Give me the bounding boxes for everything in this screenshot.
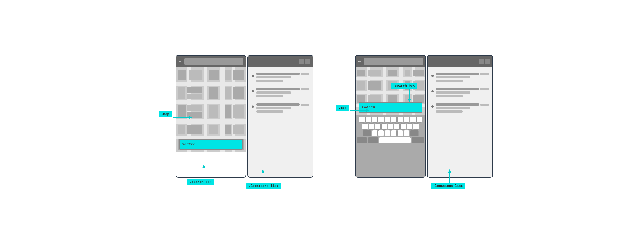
top-bar-right-2	[428, 56, 492, 67]
svg-rect-31	[208, 124, 218, 134]
list-item[interactable]: ●	[250, 70, 311, 85]
svg-rect-54	[413, 70, 424, 76]
emoji-key[interactable]	[368, 137, 378, 143]
key[interactable]	[378, 130, 384, 136]
map-area-1: search...	[176, 67, 246, 152]
svg-rect-50	[358, 70, 365, 76]
svg-rect-18	[187, 87, 202, 93]
key[interactable]	[378, 116, 384, 123]
backspace-key[interactable]	[410, 130, 418, 136]
text-bar	[436, 72, 479, 75]
key[interactable]	[397, 130, 403, 136]
top-bar-field-2	[364, 58, 423, 65]
svg-rect-62	[388, 95, 397, 103]
location-text-4	[436, 72, 489, 82]
key[interactable]	[362, 123, 368, 130]
svg-rect-22	[234, 87, 244, 99]
list-item[interactable]: ●	[430, 70, 490, 85]
back-arrow-2[interactable]: ←	[358, 59, 361, 64]
key[interactable]	[381, 123, 387, 130]
list-item[interactable]: ●	[430, 85, 490, 100]
key[interactable]	[384, 116, 390, 123]
svg-rect-23	[178, 105, 186, 118]
location-text-1	[256, 72, 310, 82]
keyboard-area	[356, 114, 425, 177]
keyboard-row-4	[357, 137, 424, 143]
key[interactable]	[366, 116, 371, 123]
svg-rect-5	[176, 100, 246, 104]
text-bar	[256, 76, 291, 78]
back-arrow-1[interactable]: ←	[178, 59, 182, 64]
list-item[interactable]: ●	[250, 100, 311, 116]
space-key[interactable]	[379, 137, 411, 143]
map-label-2: .map	[336, 105, 349, 111]
svg-rect-6	[176, 119, 246, 124]
left-phone-2: ←	[355, 55, 426, 178]
search-box-1[interactable]: search...	[179, 139, 243, 150]
search-box-2[interactable]: search...	[358, 102, 422, 113]
svg-rect-27	[225, 105, 231, 118]
svg-rect-44	[356, 91, 425, 94]
svg-rect-19	[187, 94, 202, 100]
key[interactable]	[391, 116, 397, 123]
text-bar	[256, 95, 283, 97]
icon-sq-2	[305, 59, 310, 64]
key[interactable]	[372, 116, 378, 123]
text-bar-small	[300, 88, 310, 90]
svg-rect-52	[388, 70, 397, 76]
svg-rect-63	[405, 95, 410, 103]
svg-rect-51	[368, 70, 381, 76]
key[interactable]	[413, 123, 419, 130]
key[interactable]	[397, 116, 403, 123]
key[interactable]	[410, 116, 416, 123]
svg-rect-55	[358, 81, 365, 90]
key[interactable]	[404, 130, 410, 136]
key[interactable]	[394, 123, 400, 130]
list-item[interactable]: ●	[250, 85, 311, 100]
key[interactable]	[404, 116, 410, 123]
svg-rect-32	[225, 124, 231, 134]
svg-rect-33	[234, 124, 244, 134]
right-phone-2: ● ●	[427, 55, 493, 178]
top-bar-right-1	[248, 56, 313, 67]
num-key[interactable]	[357, 137, 367, 143]
text-bar	[256, 103, 300, 106]
key[interactable]	[388, 123, 393, 130]
text-bar	[256, 72, 300, 75]
svg-rect-30	[187, 124, 202, 134]
search-box-label-1: .search-box	[187, 179, 214, 185]
diagram-2: .map .search-box .locations-list ←	[336, 48, 487, 194]
search-placeholder-2: search...	[362, 106, 382, 110]
keyboard-row-1	[357, 116, 424, 123]
svg-rect-14	[208, 70, 218, 80]
key[interactable]	[391, 130, 397, 136]
icon-sq-1	[299, 59, 304, 64]
svg-rect-26	[208, 105, 218, 118]
svg-rect-15	[225, 70, 231, 80]
icon-sq-3	[479, 59, 484, 64]
key[interactable]	[416, 116, 422, 123]
key[interactable]	[372, 130, 378, 136]
key[interactable]	[368, 123, 374, 130]
key[interactable]	[407, 123, 412, 130]
location-text-3	[256, 103, 310, 113]
text-bar	[436, 95, 462, 97]
text-bar	[436, 110, 462, 113]
text-bar-small	[300, 104, 310, 106]
key[interactable]	[384, 130, 390, 136]
pin-icon-1: ●	[251, 73, 254, 79]
svg-rect-61	[368, 95, 381, 103]
list-item[interactable]: ●	[430, 100, 490, 116]
key[interactable]	[375, 123, 380, 130]
shift-key[interactable]	[363, 130, 371, 136]
right-phone-1: ● ●	[247, 55, 314, 178]
locations-list-label-2: .locations-list	[431, 183, 465, 189]
svg-rect-29	[178, 124, 185, 134]
key[interactable]	[400, 123, 406, 130]
return-key[interactable]	[412, 137, 424, 143]
svg-rect-4	[176, 82, 246, 86]
key[interactable]	[359, 116, 365, 123]
text-bar	[256, 92, 291, 94]
svg-rect-7	[176, 136, 246, 139]
pin-icon-4: ●	[431, 73, 434, 79]
